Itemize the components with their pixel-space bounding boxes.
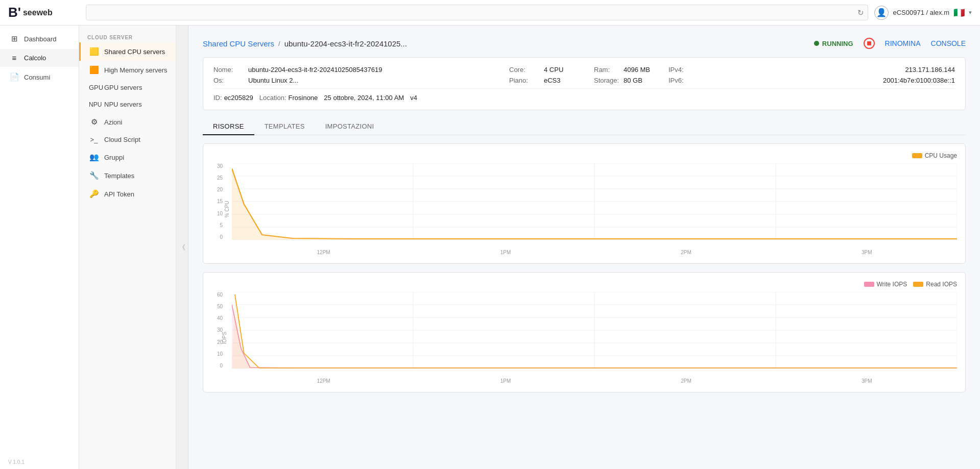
stop-button[interactable] — [864, 38, 875, 49]
cloud-script-icon: >_ — [89, 136, 99, 143]
logo-b-icon: B' — [8, 5, 21, 20]
sub-sidebar-header: CLOUD SERVER — [79, 31, 176, 42]
breadcrumb-separator: / — [278, 40, 280, 47]
rename-link[interactable]: RINOMINA — [885, 39, 921, 47]
cpu-y-axis: 30 25 20 15 10 5 0 — [211, 163, 226, 240]
server-location: Location: Frosinone — [259, 94, 318, 102]
main-layout: ⊞ Dashboard ≡ Calcolo 📄 Consumi V 1.0.1 … — [0, 26, 980, 469]
cpu-y-label: % CPU — [224, 201, 230, 218]
user-area: 👤 eCS00971 / alex.m 🇮🇹 ▾ — [874, 6, 972, 20]
iops-chart-container: Write IOPS Read IOPS 60 50 40 30 20 10 0… — [203, 272, 966, 392]
gruppi-label: Gruppi — [104, 154, 124, 161]
ram-value: 4096 MB — [624, 66, 664, 73]
breadcrumb: Shared CPU Servers / ubuntu-2204-ecs3-it… — [203, 39, 407, 48]
calcolo-icon: ≡ — [10, 54, 19, 62]
id-label: ID: — [213, 94, 222, 102]
ipv6-value: 2001:4b7e:0100:038e::1 — [698, 77, 955, 84]
piano-label: Piano: — [509, 77, 540, 84]
consumi-icon: 📄 — [10, 72, 19, 82]
write-iops-legend: Write IOPS — [864, 281, 907, 288]
read-iops-legend: Read IOPS — [913, 281, 957, 288]
high-memory-icon: 🟧 — [89, 65, 99, 75]
sub-item-cloud-script[interactable]: >_ Cloud Script — [79, 131, 176, 148]
server-info-card: Nome: ubuntu-2204-ecs3-it-fr2-2024102508… — [203, 57, 966, 110]
gpu-label: GPU servers — [104, 84, 142, 91]
cpu-x-axis: 12PM 1PM 2PM 3PM — [232, 250, 957, 255]
sub-item-api-token[interactable]: 🔑 API Token — [79, 185, 176, 203]
sidebar-item-consumi[interactable]: 📄 Consumi — [0, 68, 79, 86]
high-memory-label: High Memory servers — [104, 66, 168, 74]
cloud-script-label: Cloud Script — [104, 136, 140, 143]
sub-item-templates[interactable]: 🔧 Templates — [79, 166, 176, 185]
tab-risorse[interactable]: RISORSE — [203, 118, 254, 135]
dashboard-icon: ⊞ — [10, 34, 19, 43]
iops-x-axis: 12PM 1PM 2PM 3PM — [232, 378, 957, 384]
collapse-icon: 《 — [179, 243, 185, 252]
sub-item-npu[interactable]: NPU NPU servers — [79, 96, 176, 113]
search-container: ↻ — [86, 5, 868, 20]
name-value: ubuntu-2204-ecs3-it-fr2-2024102508543761… — [248, 66, 505, 73]
location-label: Location: — [259, 94, 286, 102]
search-refresh-button[interactable]: ↻ — [857, 8, 864, 17]
user-avatar-icon: 👤 — [874, 6, 889, 20]
location-value: Frosinone — [289, 94, 318, 102]
server-date: 25 ottobre, 2024, 11:00 AM — [324, 94, 404, 102]
sub-item-shared-cpu[interactable]: 🟨 Shared CPU servers — [79, 42, 176, 61]
console-link[interactable]: CONSOLE — [931, 39, 966, 47]
search-input[interactable] — [86, 5, 868, 20]
iops-chart-area: 60 50 40 30 20 10 0 IOPS — [211, 292, 957, 384]
header-actions: RUNNING RINOMINA CONSOLE — [814, 38, 966, 49]
gpu-icon: GPU — [89, 84, 99, 91]
azioni-label: Azioni — [104, 118, 122, 126]
status-badge: RUNNING — [814, 40, 853, 47]
azioni-icon: ⚙ — [89, 117, 99, 127]
username-label: eCS00971 / alex.m — [893, 9, 949, 16]
templates-icon: 🔧 — [89, 171, 99, 180]
sidebar: ⊞ Dashboard ≡ Calcolo 📄 Consumi V 1.0.1 — [0, 26, 79, 469]
sub-item-azioni[interactable]: ⚙ Azioni — [79, 113, 176, 131]
sidebar-consumi-label: Consumi — [24, 73, 50, 81]
sidebar-item-dashboard[interactable]: ⊞ Dashboard — [0, 30, 79, 48]
tab-impostazioni[interactable]: IMPOSTAZIONI — [315, 118, 385, 135]
cpu-svg-container — [232, 163, 957, 240]
api-token-icon: 🔑 — [89, 189, 99, 199]
cpu-chart-area: 30 25 20 15 10 5 0 % CPU — [211, 163, 957, 255]
status-dot-icon — [814, 41, 819, 46]
iops-y-axis: 60 50 40 30 20 10 0 — [211, 292, 226, 368]
sidebar-nav: ⊞ Dashboard ≡ Calcolo 📄 Consumi — [0, 30, 79, 455]
server-meta: ID: ec205829 Location: Frosinone 25 otto… — [213, 88, 955, 102]
gruppi-icon: 👥 — [89, 153, 99, 162]
ipv4-label: IPv4: — [668, 66, 694, 73]
piano-value: eCS3 — [544, 77, 590, 84]
tab-templates[interactable]: TEMPLATES — [254, 118, 315, 135]
cpu-usage-legend: CPU Usage — [912, 152, 957, 159]
sub-item-gpu[interactable]: GPU GPU servers — [79, 79, 176, 96]
api-token-label: API Token — [104, 190, 134, 198]
cpu-legend-color — [912, 153, 922, 158]
version-label: V 1.0.1 — [0, 455, 79, 469]
sub-item-gruppi[interactable]: 👥 Gruppi — [79, 148, 176, 166]
ram-label: Ram: — [594, 66, 619, 73]
core-label: Core: — [509, 66, 540, 73]
cpu-chart-container: CPU Usage 30 25 20 15 10 5 0 % CPU — [203, 143, 966, 264]
chevron-down-icon[interactable]: ▾ — [969, 9, 972, 16]
status-label: RUNNING — [822, 40, 853, 47]
sub-item-high-memory[interactable]: 🟧 High Memory servers — [79, 61, 176, 79]
logo: B' seeweb — [8, 5, 80, 20]
sidebar-collapse-handle[interactable]: 《 — [176, 26, 188, 469]
sidebar-item-calcolo[interactable]: ≡ Calcolo — [0, 49, 79, 67]
logo-text: seeweb — [23, 8, 53, 17]
ipv6-label: IPv6: — [668, 77, 694, 84]
flag-icon[interactable]: 🇮🇹 — [953, 7, 965, 18]
npu-icon: NPU — [89, 101, 99, 108]
ipv4-value: 213.171.186.144 — [698, 66, 955, 73]
breadcrumb-parent-link[interactable]: Shared CPU Servers — [203, 39, 274, 48]
iops-chart-legend: Write IOPS Read IOPS — [211, 281, 957, 288]
templates-label: Templates — [104, 172, 134, 180]
tabs: RISORSE TEMPLATES IMPOSTAZIONI — [203, 118, 966, 135]
breadcrumb-current: ubuntu-2204-ecs3-it-fr2-20241025... — [284, 39, 407, 48]
name-label: Nome: — [213, 66, 244, 73]
sidebar-dashboard-label: Dashboard — [24, 35, 57, 43]
sub-sidebar: CLOUD SERVER 🟨 Shared CPU servers 🟧 High… — [79, 26, 176, 469]
os-value: Ubuntu Linux 2... — [248, 77, 505, 84]
